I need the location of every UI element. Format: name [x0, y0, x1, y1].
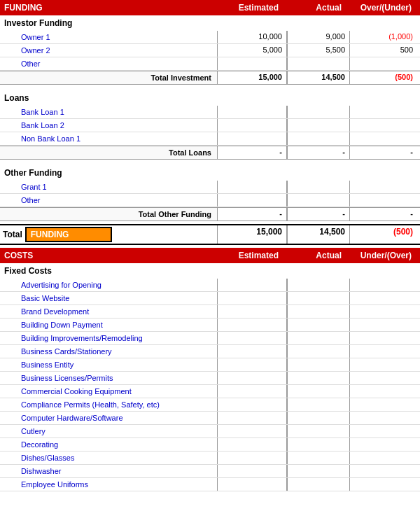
fixed-cost-under-over: [350, 478, 420, 491]
owner1-estimated: 10,000: [217, 31, 287, 43]
table-row: Cutlery: [0, 425, 420, 438]
fixed-cost-estimated: [217, 372, 287, 384]
owner2-over-under: 500: [350, 44, 420, 57]
total-other-actual: -: [287, 208, 350, 220]
table-row: Owner 1 10,000 9,000 (1,000): [0, 31, 420, 44]
fixed-cost-estimated: [217, 345, 287, 358]
fixed-cost-estimated: [217, 451, 287, 464]
table-row: Building Down Payment: [0, 318, 420, 332]
total-investment-label: Total Investment: [0, 74, 217, 82]
table-row: Basic Website: [0, 292, 420, 305]
grant1-over-under: [350, 181, 420, 193]
owner2-label: Owner 2: [0, 45, 217, 56]
fixed-costs-label: Fixed Costs: [0, 263, 420, 279]
fixed-cost-actual: [287, 345, 350, 358]
fixed-cost-estimated: [217, 318, 287, 331]
owner1-actual: 9,000: [287, 31, 350, 43]
spreadsheet: FUNDING Estimated Actual Over/(Under) In…: [0, 0, 420, 491]
other-other-label: Other: [0, 195, 217, 206]
other-funding-label: Other Funding: [0, 165, 420, 181]
fixed-cost-item-label: Business Licenses/Permits: [0, 372, 217, 384]
total-investment-over-under: (500): [350, 71, 420, 84]
fixed-cost-estimated: [217, 332, 287, 344]
table-row: Business Entity: [0, 358, 420, 372]
table-row: Dishes/Glasses: [0, 451, 420, 465]
other-other-actual: [287, 194, 350, 206]
grand-total-label: Total FUNDING: [0, 225, 217, 244]
table-row: Advertising for Opening: [0, 279, 420, 292]
table-row: Bank Loan 2: [0, 119, 420, 132]
non-bank-loan1-over-under: [350, 132, 420, 145]
costs-actual-header: Actual: [283, 251, 346, 260]
fixed-cost-estimated: [217, 478, 287, 491]
table-row: Business Licenses/Permits: [0, 372, 420, 385]
fixed-cost-item-label: Dishwasher: [0, 465, 217, 477]
fixed-cost-actual: [287, 438, 350, 451]
fixed-cost-estimated: [217, 425, 287, 438]
other-other-estimated: [217, 194, 287, 206]
fixed-cost-item-label: Advertising for Opening: [0, 279, 217, 290]
bank-loan1-label: Bank Loan 1: [0, 106, 217, 118]
grand-total-over-under: (500): [350, 225, 420, 244]
actual-col-header: Actual: [283, 3, 346, 13]
total-other-over-under: -: [350, 208, 420, 220]
fixed-cost-under-over: [350, 332, 420, 344]
fixed-cost-actual: [287, 372, 350, 384]
total-loans-label: Total Loans: [0, 148, 217, 157]
fixed-cost-actual: [287, 292, 350, 304]
fixed-cost-under-over: [350, 305, 420, 318]
non-bank-loan1-actual: [287, 132, 350, 145]
table-row: Bank Loan 1: [0, 106, 420, 119]
fixed-cost-actual: [287, 358, 350, 371]
non-bank-loan1-label: Non Bank Loan 1: [0, 133, 217, 144]
other-investor-over-under: [350, 57, 420, 70]
table-row: Business Cards/Stationery: [0, 345, 420, 358]
other-other-over-under: [350, 194, 420, 206]
table-row: Grant 1: [0, 181, 420, 194]
fixed-cost-under-over: [350, 292, 420, 304]
fixed-cost-actual: [287, 385, 350, 398]
fixed-cost-actual: [287, 279, 350, 291]
fixed-cost-item-label: Dishes/Glasses: [0, 452, 217, 463]
fixed-cost-actual: [287, 318, 350, 331]
fixed-cost-estimated: [217, 292, 287, 304]
fixed-cost-under-over: [350, 358, 420, 371]
owner1-over-under: (1,000): [350, 31, 420, 43]
investor-funding-label: Investor Funding: [0, 15, 420, 31]
total-other-estimated: -: [217, 208, 287, 220]
fixed-cost-estimated: [217, 385, 287, 398]
fixed-cost-estimated: [217, 412, 287, 424]
other-investor-actual: [287, 57, 350, 70]
total-loans-row: Total Loans - - -: [0, 146, 420, 160]
costs-estimated-header: Estimated: [213, 251, 283, 260]
fixed-cost-item-label: Business Cards/Stationery: [0, 346, 217, 357]
total-loans-estimated: -: [217, 146, 287, 159]
fixed-cost-item-label: Building Improvements/Remodeling: [0, 332, 217, 344]
total-loans-over-under: -: [350, 146, 420, 159]
total-other-funding-label: Total Other Funding: [0, 210, 217, 218]
fixed-cost-estimated: [217, 465, 287, 477]
fixed-cost-under-over: [350, 372, 420, 384]
fixed-cost-under-over: [350, 412, 420, 424]
estimated-col-header: Estimated: [213, 3, 283, 13]
fixed-cost-actual: [287, 478, 350, 491]
table-row: Other: [0, 57, 420, 71]
costs-header: COSTS Estimated Actual Under/(Over): [0, 248, 420, 263]
fixed-cost-estimated: [217, 279, 287, 291]
total-other-funding-row: Total Other Funding - - -: [0, 207, 420, 221]
fixed-cost-under-over: [350, 385, 420, 398]
costs-title: COSTS: [4, 251, 213, 260]
fixed-cost-item-label: Commercial Cooking Equipment: [0, 386, 217, 397]
fixed-cost-item-label: Cutlery: [0, 426, 217, 437]
fixed-cost-item-label: Computer Hardware/Software: [0, 412, 217, 424]
fixed-cost-under-over: [350, 425, 420, 438]
total-loans-actual: -: [287, 146, 350, 159]
fixed-cost-estimated: [217, 305, 287, 318]
fixed-cost-actual: [287, 398, 350, 411]
fixed-cost-under-over: [350, 465, 420, 477]
table-row: Building Improvements/Remodeling: [0, 332, 420, 345]
fixed-cost-item-label: Building Down Payment: [0, 319, 217, 330]
bank-loan2-label: Bank Loan 2: [0, 120, 217, 131]
fixed-cost-actual: [287, 425, 350, 438]
table-row: Non Bank Loan 1: [0, 132, 420, 146]
